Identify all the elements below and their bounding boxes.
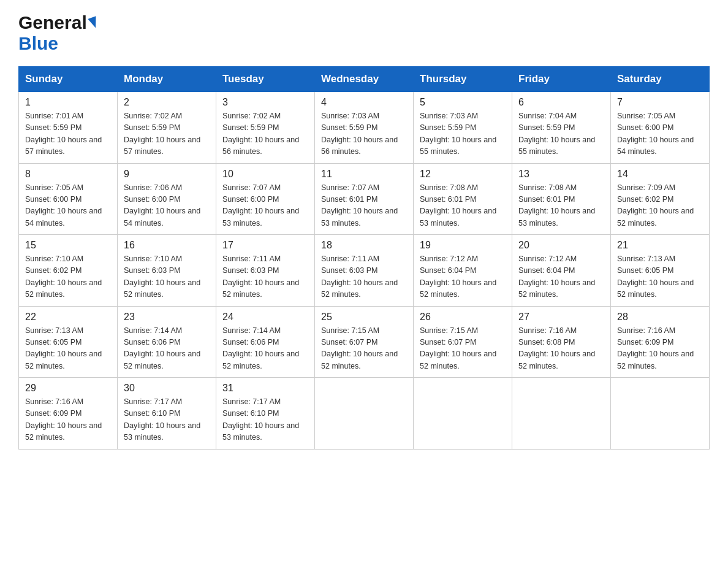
calendar-cell: 7 Sunrise: 7:05 AM Sunset: 6:00 PM Dayli… — [611, 92, 710, 164]
logo-general-text: General — [18, 12, 87, 33]
day-number: 2 — [124, 97, 210, 108]
day-info: Sunrise: 7:06 AM Sunset: 6:00 PM Dayligh… — [124, 182, 210, 230]
day-info: Sunrise: 7:09 AM Sunset: 6:02 PM Dayligh… — [617, 182, 703, 230]
calendar-cell: 6 Sunrise: 7:04 AM Sunset: 5:59 PM Dayli… — [512, 92, 611, 164]
day-info: Sunrise: 7:02 AM Sunset: 5:59 PM Dayligh… — [124, 110, 210, 158]
calendar-header-friday: Friday — [512, 67, 611, 92]
day-number: 14 — [617, 169, 703, 180]
calendar-cell: 17 Sunrise: 7:11 AM Sunset: 6:03 PM Dayl… — [216, 235, 315, 307]
calendar-cell: 12 Sunrise: 7:08 AM Sunset: 6:01 PM Dayl… — [414, 163, 512, 235]
day-number: 26 — [420, 312, 506, 323]
calendar-cell: 31 Sunrise: 7:17 AM Sunset: 6:10 PM Dayl… — [216, 378, 315, 450]
day-number: 16 — [124, 240, 210, 251]
calendar-week-row: 1 Sunrise: 7:01 AM Sunset: 5:59 PM Dayli… — [19, 92, 710, 164]
calendar-cell: 10 Sunrise: 7:07 AM Sunset: 6:00 PM Dayl… — [216, 163, 315, 235]
day-number: 28 — [617, 312, 703, 323]
calendar-cell: 18 Sunrise: 7:11 AM Sunset: 6:03 PM Dayl… — [315, 235, 414, 307]
calendar-cell: 23 Sunrise: 7:14 AM Sunset: 6:06 PM Dayl… — [118, 306, 216, 378]
day-number: 31 — [222, 383, 308, 394]
day-info: Sunrise: 7:13 AM Sunset: 6:05 PM Dayligh… — [25, 325, 111, 373]
calendar-cell: 22 Sunrise: 7:13 AM Sunset: 6:05 PM Dayl… — [19, 306, 118, 378]
calendar-week-row: 29 Sunrise: 7:16 AM Sunset: 6:09 PM Dayl… — [19, 378, 710, 450]
day-info: Sunrise: 7:10 AM Sunset: 6:02 PM Dayligh… — [25, 253, 111, 301]
logo: General Blue — [18, 12, 100, 54]
day-number: 30 — [124, 383, 210, 394]
calendar-cell — [611, 378, 710, 450]
calendar-cell: 1 Sunrise: 7:01 AM Sunset: 5:59 PM Dayli… — [19, 92, 118, 164]
day-info: Sunrise: 7:17 AM Sunset: 6:10 PM Dayligh… — [124, 396, 210, 444]
day-number: 4 — [321, 97, 407, 108]
calendar-cell: 29 Sunrise: 7:16 AM Sunset: 6:09 PM Dayl… — [19, 378, 118, 450]
day-number: 1 — [25, 97, 111, 108]
day-number: 19 — [420, 240, 506, 251]
day-info: Sunrise: 7:03 AM Sunset: 5:59 PM Dayligh… — [321, 110, 407, 158]
day-info: Sunrise: 7:16 AM Sunset: 6:09 PM Dayligh… — [617, 325, 703, 373]
day-info: Sunrise: 7:02 AM Sunset: 5:59 PM Dayligh… — [222, 110, 308, 158]
calendar-header-saturday: Saturday — [611, 67, 710, 92]
day-info: Sunrise: 7:16 AM Sunset: 6:08 PM Dayligh… — [518, 325, 604, 373]
day-info: Sunrise: 7:14 AM Sunset: 6:06 PM Dayligh… — [222, 325, 308, 373]
day-info: Sunrise: 7:03 AM Sunset: 5:59 PM Dayligh… — [420, 110, 506, 158]
day-info: Sunrise: 7:15 AM Sunset: 6:07 PM Dayligh… — [420, 325, 506, 373]
day-number: 22 — [25, 312, 111, 323]
day-number: 21 — [617, 240, 703, 251]
day-info: Sunrise: 7:10 AM Sunset: 6:03 PM Dayligh… — [124, 253, 210, 301]
page-header: General Blue — [18, 12, 710, 54]
calendar-week-row: 15 Sunrise: 7:10 AM Sunset: 6:02 PM Dayl… — [19, 235, 710, 307]
calendar-cell — [315, 378, 414, 450]
calendar-cell: 25 Sunrise: 7:15 AM Sunset: 6:07 PM Dayl… — [315, 306, 414, 378]
day-number: 5 — [420, 97, 506, 108]
calendar-cell: 2 Sunrise: 7:02 AM Sunset: 5:59 PM Dayli… — [118, 92, 216, 164]
calendar-header-wednesday: Wednesday — [315, 67, 414, 92]
day-info: Sunrise: 7:17 AM Sunset: 6:10 PM Dayligh… — [222, 396, 308, 444]
calendar-cell: 26 Sunrise: 7:15 AM Sunset: 6:07 PM Dayl… — [414, 306, 512, 378]
day-number: 17 — [222, 240, 308, 251]
logo-arrow-icon — [87, 16, 100, 29]
day-info: Sunrise: 7:08 AM Sunset: 6:01 PM Dayligh… — [518, 182, 604, 230]
calendar-cell: 8 Sunrise: 7:05 AM Sunset: 6:00 PM Dayli… — [19, 163, 118, 235]
day-info: Sunrise: 7:08 AM Sunset: 6:01 PM Dayligh… — [420, 182, 506, 230]
calendar-cell: 24 Sunrise: 7:14 AM Sunset: 6:06 PM Dayl… — [216, 306, 315, 378]
day-number: 8 — [25, 169, 111, 180]
calendar-header-sunday: Sunday — [19, 67, 118, 92]
calendar-table: SundayMondayTuesdayWednesdayThursdayFrid… — [18, 66, 710, 450]
calendar-cell: 20 Sunrise: 7:12 AM Sunset: 6:04 PM Dayl… — [512, 235, 611, 307]
calendar-cell: 5 Sunrise: 7:03 AM Sunset: 5:59 PM Dayli… — [414, 92, 512, 164]
day-number: 18 — [321, 240, 407, 251]
day-number: 25 — [321, 312, 407, 323]
calendar-header-tuesday: Tuesday — [216, 67, 315, 92]
calendar-cell — [512, 378, 611, 450]
day-number: 11 — [321, 169, 407, 180]
calendar-cell: 14 Sunrise: 7:09 AM Sunset: 6:02 PM Dayl… — [611, 163, 710, 235]
calendar-header-monday: Monday — [118, 67, 216, 92]
day-number: 7 — [617, 97, 703, 108]
day-number: 29 — [25, 383, 111, 394]
day-info: Sunrise: 7:11 AM Sunset: 6:03 PM Dayligh… — [222, 253, 308, 301]
day-number: 20 — [518, 240, 604, 251]
day-info: Sunrise: 7:15 AM Sunset: 6:07 PM Dayligh… — [321, 325, 407, 373]
calendar-cell: 19 Sunrise: 7:12 AM Sunset: 6:04 PM Dayl… — [414, 235, 512, 307]
day-info: Sunrise: 7:12 AM Sunset: 6:04 PM Dayligh… — [420, 253, 506, 301]
day-info: Sunrise: 7:07 AM Sunset: 6:01 PM Dayligh… — [321, 182, 407, 230]
calendar-cell: 11 Sunrise: 7:07 AM Sunset: 6:01 PM Dayl… — [315, 163, 414, 235]
calendar-cell: 3 Sunrise: 7:02 AM Sunset: 5:59 PM Dayli… — [216, 92, 315, 164]
day-info: Sunrise: 7:12 AM Sunset: 6:04 PM Dayligh… — [518, 253, 604, 301]
day-number: 10 — [222, 169, 308, 180]
calendar-week-row: 8 Sunrise: 7:05 AM Sunset: 6:00 PM Dayli… — [19, 163, 710, 235]
calendar-cell: 28 Sunrise: 7:16 AM Sunset: 6:09 PM Dayl… — [611, 306, 710, 378]
day-info: Sunrise: 7:14 AM Sunset: 6:06 PM Dayligh… — [124, 325, 210, 373]
svg-marker-0 — [88, 16, 99, 29]
day-info: Sunrise: 7:05 AM Sunset: 6:00 PM Dayligh… — [617, 110, 703, 158]
day-number: 24 — [222, 312, 308, 323]
calendar-week-row: 22 Sunrise: 7:13 AM Sunset: 6:05 PM Dayl… — [19, 306, 710, 378]
day-info: Sunrise: 7:13 AM Sunset: 6:05 PM Dayligh… — [617, 253, 703, 301]
day-info: Sunrise: 7:04 AM Sunset: 5:59 PM Dayligh… — [518, 110, 604, 158]
calendar-cell: 21 Sunrise: 7:13 AM Sunset: 6:05 PM Dayl… — [611, 235, 710, 307]
day-info: Sunrise: 7:11 AM Sunset: 6:03 PM Dayligh… — [321, 253, 407, 301]
calendar-cell: 9 Sunrise: 7:06 AM Sunset: 6:00 PM Dayli… — [118, 163, 216, 235]
calendar-cell: 16 Sunrise: 7:10 AM Sunset: 6:03 PM Dayl… — [118, 235, 216, 307]
day-number: 15 — [25, 240, 111, 251]
calendar-cell: 30 Sunrise: 7:17 AM Sunset: 6:10 PM Dayl… — [118, 378, 216, 450]
day-info: Sunrise: 7:05 AM Sunset: 6:00 PM Dayligh… — [25, 182, 111, 230]
calendar-header-thursday: Thursday — [414, 67, 512, 92]
